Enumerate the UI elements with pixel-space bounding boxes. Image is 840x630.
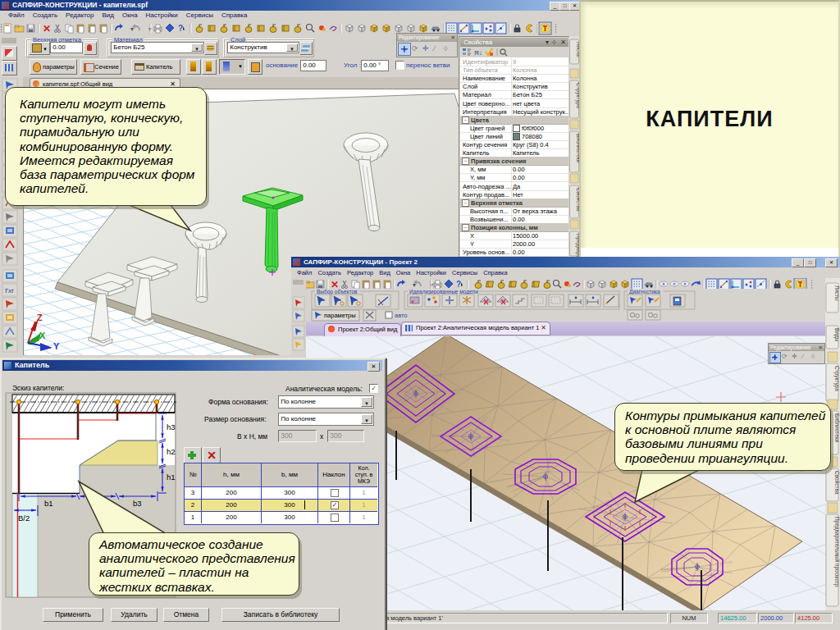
svg-text:Z: Z [37,313,43,322]
svg-text:Txt: Txt [4,287,14,294]
svg-text:параметры: параметры [324,312,356,319]
svg-text:Виды: Виды [833,328,840,342]
svg-text:h2: h2 [167,447,176,456]
svg-text:Y: Y [53,341,60,351]
svg-text:X: X [39,331,46,340]
svg-text:b1: b1 [44,499,53,508]
svg-text:B/2: B/2 [18,514,30,523]
svg-text:h3: h3 [167,422,176,431]
svg-text:Листы: Листы [834,285,840,301]
svg-text:Свойства: Свойства [834,471,840,495]
svg-text:Структура: Структура [833,366,840,391]
svg-text:Я↓: Я↓ [474,49,482,57]
svg-text:Библиотеки: Библиотеки [834,413,840,443]
svg-text:✕: ✕ [43,23,51,34]
svg-text:авто: авто [395,312,408,319]
svg-text:Предварительный просмотр: Предварительный просмотр [833,517,840,587]
svg-text:?: ? [178,24,183,33]
svg-text:?: ? [456,280,461,289]
